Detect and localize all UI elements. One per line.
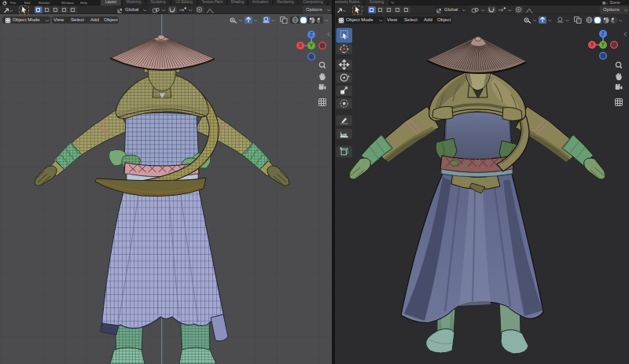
svg-text:Z: Z xyxy=(310,31,313,37)
svg-text:Y: Y xyxy=(310,42,314,48)
svg-text:Y: Y xyxy=(601,42,605,47)
svg-text:Z: Z xyxy=(601,31,605,36)
svg-text:X: X xyxy=(590,42,594,47)
svg-text:X: X xyxy=(299,42,303,48)
